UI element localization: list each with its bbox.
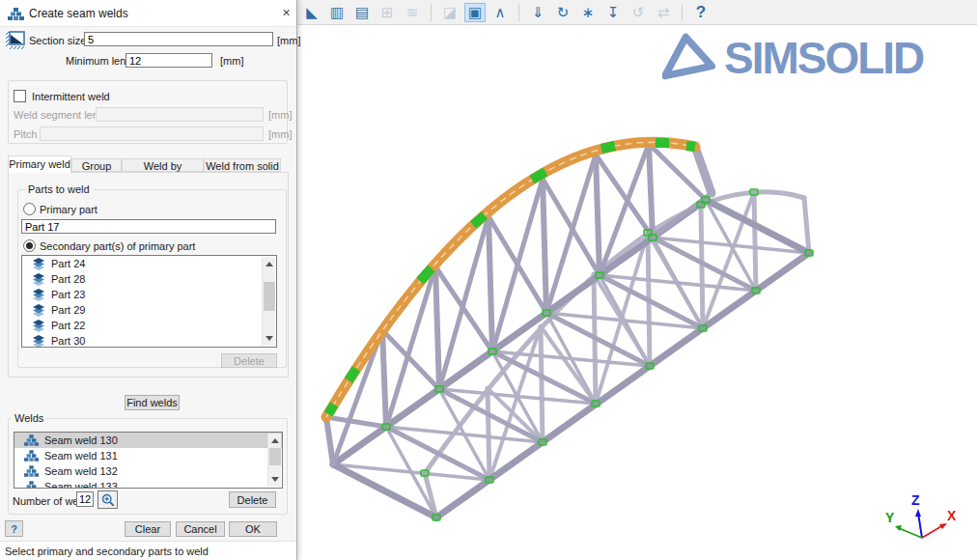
weld-item-label: Seam weld 130 [44, 434, 118, 446]
import-loads-icon[interactable]: ⇓ [527, 3, 548, 22]
welds-list-scrollbar[interactable] [267, 434, 281, 487]
flexible-joint-icon: ≋ [402, 3, 423, 22]
fillet-weld-icon[interactable]: ▥ [326, 3, 348, 22]
tab-weld-from-solid[interactable]: Weld from solid [204, 158, 281, 172]
thermal-icon[interactable]: ↧ [602, 3, 624, 22]
explode-icon[interactable]: ∗ [577, 3, 599, 22]
sheet-select-icon: ◪ [439, 3, 461, 22]
scroll-down-icon[interactable] [271, 477, 279, 482]
tab-primary-weld[interactable]: Primary weld [8, 155, 71, 173]
seam-weld-icon [8, 8, 24, 20]
secondary-parts-radio-label: Secondary part(s) of primary part [40, 240, 195, 252]
zoom-to-weld-button[interactable] [98, 490, 118, 509]
primary-part-radio[interactable] [23, 203, 36, 215]
part-icon [32, 258, 45, 270]
part-item-label: Part 29 [51, 304, 85, 316]
seam-weld-icon[interactable]: ▤ [351, 3, 373, 22]
part-item-label: Part 24 [51, 258, 85, 269]
part-item-label: Part 23 [51, 289, 85, 300]
dialog-title: Create seam welds [29, 7, 128, 20]
welds-list[interactable]: Seam weld 130 Seam weld 131 Seam weld 13… [14, 432, 283, 489]
truss-bridge-model[interactable] [297, 25, 977, 560]
toolbar-separator [518, 4, 519, 21]
delete-parts-button: Delete [221, 353, 277, 368]
list-item[interactable]: Part 29 [22, 302, 276, 318]
reactions-icon[interactable]: ↻ [552, 3, 573, 22]
status-text: Select primary and secondary parts to we… [5, 546, 209, 557]
y-axis-label: Y [885, 510, 895, 525]
section-size-label: Section size [29, 35, 86, 46]
pitch-input [40, 126, 264, 141]
minimum-length-input[interactable] [126, 53, 212, 68]
primary-part-input[interactable] [21, 219, 276, 234]
help-icon[interactable]: ? [690, 3, 712, 22]
edge-weld-icon[interactable]: ◣ [301, 3, 322, 22]
create-seam-welds-dialog: Create seam welds × Section size [mm] Mi… [0, 0, 297, 560]
intermittent-weld-checkbox[interactable] [14, 90, 26, 102]
list-item[interactable]: Seam weld 133 [14, 479, 282, 489]
ok-button[interactable]: OK [229, 521, 277, 537]
pitch-unit: [mm] [268, 128, 292, 140]
scroll-up-icon[interactable] [265, 262, 273, 266]
toolbar-separator [682, 4, 683, 21]
measure-icon[interactable]: ∧ [489, 3, 511, 22]
delete-weld-button[interactable]: Delete [229, 491, 276, 508]
scrollbar-thumb[interactable] [264, 282, 275, 311]
parts-list-scrollbar[interactable] [262, 257, 275, 346]
orientation-triad: Z X Y [883, 488, 961, 555]
close-icon[interactable]: × [278, 5, 294, 21]
x-axis-label: X [947, 508, 957, 523]
help-button[interactable]: ? [5, 520, 23, 537]
toolbar-separator [431, 4, 432, 21]
part-icon [32, 335, 45, 348]
list-item[interactable]: Part 23 [22, 287, 276, 302]
scroll-down-icon[interactable] [265, 336, 273, 341]
weld-item-label: Seam weld 131 [44, 450, 118, 462]
seam-weld-icon [24, 481, 39, 489]
fit-disabled-icon: ⇄ [653, 3, 674, 22]
list-item[interactable]: Part 24 [22, 256, 276, 271]
weld-section-icon [5, 31, 26, 50]
primary-part-radio-label: Primary part [40, 204, 98, 215]
seam-weld-icon [24, 465, 39, 477]
segment-length-input [96, 107, 264, 122]
secondary-parts-list[interactable]: Part 24 Part 28 Part 23 Part 29 Part 22 … [21, 255, 277, 348]
clear-button[interactable]: Clear [125, 521, 171, 537]
list-item-selected[interactable]: Seam weld 130 [14, 433, 282, 448]
cancel-button[interactable]: Cancel [176, 521, 225, 537]
dialog-status-bar: Select primary and secondary parts to we… [0, 541, 296, 560]
part-item-label: Part 30 [51, 335, 85, 347]
scrollbar-thumb[interactable] [269, 448, 281, 465]
find-welds-button[interactable]: Find welds [125, 395, 180, 410]
minimum-length-unit: [mm] [220, 55, 243, 67]
parts-to-weld-label: Parts to weld [25, 183, 93, 195]
seam-weld-icon [24, 434, 39, 446]
list-item[interactable]: Part 30 [22, 333, 276, 348]
bridge-deck [333, 200, 809, 518]
scroll-up-icon[interactable] [271, 438, 279, 443]
part-icon [32, 320, 45, 332]
seam-weld-icon [24, 450, 39, 462]
tab-weld-by-lines-edges[interactable]: Weld by lines/edges [122, 158, 204, 172]
z-axis-label: Z [911, 492, 920, 508]
tab-group-weld[interactable]: Group weld [71, 158, 122, 172]
number-of-welds-value [76, 491, 94, 507]
weld-item-label: Seam weld 133 [44, 481, 118, 489]
segment-length-unit: [mm] [268, 109, 292, 121]
list-item[interactable]: Seam weld 131 [14, 448, 282, 463]
magnifier-plus-icon [101, 493, 115, 507]
pick-part-icon[interactable]: ▣ [464, 3, 486, 22]
dialog-titlebar[interactable]: Create seam welds × [0, 0, 296, 27]
list-item[interactable]: Part 22 [22, 318, 276, 333]
model-viewport[interactable]: SIMSOLID [297, 25, 977, 560]
part-item-label: Part 28 [51, 273, 85, 285]
list-item[interactable]: Seam weld 132 [14, 463, 282, 479]
spot-weld-grid-icon: ⊞ [377, 3, 398, 22]
pitch-label: Pitch [14, 128, 37, 140]
front-arch-end-segment [695, 147, 712, 193]
welds-group-label: Welds [12, 412, 46, 424]
weld-item-label: Seam weld 132 [44, 465, 118, 477]
section-size-input[interactable] [84, 32, 273, 46]
secondary-parts-radio[interactable] [23, 239, 36, 252]
list-item[interactable]: Part 28 [22, 271, 276, 287]
